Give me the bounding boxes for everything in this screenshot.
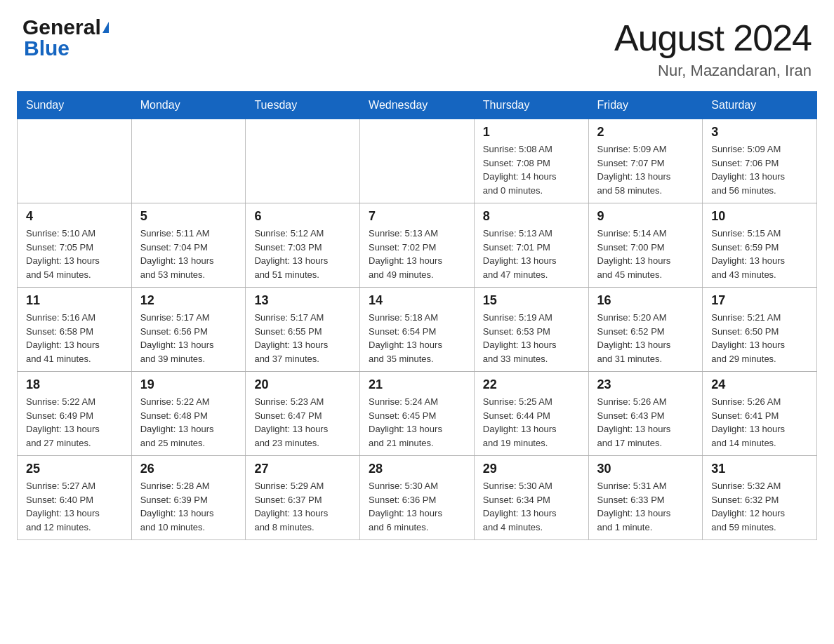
calendar-table: SundayMondayTuesdayWednesdayThursdayFrid… [17,91,817,540]
day-number: 14 [369,293,465,308]
day-number: 6 [254,209,351,224]
day-number: 17 [711,293,808,308]
calendar-cell: 17Sunrise: 5:21 AMSunset: 6:50 PMDayligh… [703,288,817,372]
logo-general-text: General [22,17,101,38]
day-number: 24 [711,377,808,392]
day-number: 23 [597,377,694,392]
day-info: Sunrise: 5:24 AMSunset: 6:45 PMDaylight:… [369,395,465,450]
calendar-cell [131,119,246,203]
calendar-cell: 6Sunrise: 5:12 AMSunset: 7:03 PMDaylight… [246,203,360,288]
day-info: Sunrise: 5:23 AMSunset: 6:47 PMDaylight:… [254,395,351,450]
day-info: Sunrise: 5:22 AMSunset: 6:49 PMDaylight:… [26,395,123,450]
day-info: Sunrise: 5:26 AMSunset: 6:43 PMDaylight:… [597,395,694,450]
day-info: Sunrise: 5:17 AMSunset: 6:56 PMDaylight:… [140,311,237,365]
day-of-week-header: Thursday [474,92,588,119]
logo-triangle-icon [102,22,109,33]
day-number: 12 [140,293,237,308]
day-info: Sunrise: 5:10 AMSunset: 7:05 PMDaylight:… [26,227,123,281]
day-info: Sunrise: 5:28 AMSunset: 6:39 PMDaylight:… [140,479,237,534]
day-number: 11 [26,293,123,308]
day-number: 22 [483,377,580,392]
location: Nur, Mazandaran, Iran [614,62,812,80]
calendar-cell: 12Sunrise: 5:17 AMSunset: 6:56 PMDayligh… [131,288,246,372]
day-number: 4 [26,209,123,224]
day-of-week-header: Sunday [18,92,132,119]
day-info: Sunrise: 5:30 AMSunset: 6:34 PMDaylight:… [483,479,580,534]
calendar-cell: 5Sunrise: 5:11 AMSunset: 7:04 PMDaylight… [131,203,246,288]
calendar-cell [360,119,475,203]
day-info: Sunrise: 5:19 AMSunset: 6:53 PMDaylight:… [483,311,580,365]
day-of-week-header: Friday [588,92,703,119]
day-of-week-header: Wednesday [360,92,475,119]
day-of-week-header: Monday [131,92,246,119]
day-info: Sunrise: 5:13 AMSunset: 7:01 PMDaylight:… [483,227,580,281]
calendar-cell: 22Sunrise: 5:25 AMSunset: 6:44 PMDayligh… [474,372,588,456]
day-info: Sunrise: 5:20 AMSunset: 6:52 PMDaylight:… [597,311,694,365]
calendar-cell: 26Sunrise: 5:28 AMSunset: 6:39 PMDayligh… [131,456,246,540]
day-number: 25 [26,462,123,476]
calendar-cell: 9Sunrise: 5:14 AMSunset: 7:00 PMDaylight… [588,203,703,288]
day-info: Sunrise: 5:11 AMSunset: 7:04 PMDaylight:… [140,227,237,281]
calendar-week-row: 25Sunrise: 5:27 AMSunset: 6:40 PMDayligh… [18,456,817,540]
calendar-week-row: 4Sunrise: 5:10 AMSunset: 7:05 PMDaylight… [18,203,817,288]
day-info: Sunrise: 5:27 AMSunset: 6:40 PMDaylight:… [26,479,123,534]
calendar-cell: 8Sunrise: 5:13 AMSunset: 7:01 PMDaylight… [474,203,588,288]
day-of-week-header: Saturday [703,92,817,119]
day-number: 10 [711,209,808,224]
calendar-cell: 21Sunrise: 5:24 AMSunset: 6:45 PMDayligh… [360,372,475,456]
calendar-cell: 13Sunrise: 5:17 AMSunset: 6:55 PMDayligh… [246,288,360,372]
day-info: Sunrise: 5:21 AMSunset: 6:50 PMDaylight:… [711,311,808,365]
calendar-cell: 23Sunrise: 5:26 AMSunset: 6:43 PMDayligh… [588,372,703,456]
day-info: Sunrise: 5:29 AMSunset: 6:37 PMDaylight:… [254,479,351,534]
calendar-cell: 15Sunrise: 5:19 AMSunset: 6:53 PMDayligh… [474,288,588,372]
calendar-header-row: SundayMondayTuesdayWednesdayThursdayFrid… [18,92,817,119]
calendar-week-row: 11Sunrise: 5:16 AMSunset: 6:58 PMDayligh… [18,288,817,372]
calendar-cell: 19Sunrise: 5:22 AMSunset: 6:48 PMDayligh… [131,372,246,456]
calendar-cell: 11Sunrise: 5:16 AMSunset: 6:58 PMDayligh… [18,288,132,372]
day-info: Sunrise: 5:26 AMSunset: 6:41 PMDaylight:… [711,395,808,450]
calendar-cell: 31Sunrise: 5:32 AMSunset: 6:32 PMDayligh… [703,456,817,540]
day-info: Sunrise: 5:09 AMSunset: 7:07 PMDaylight:… [597,142,694,197]
calendar-cell: 2Sunrise: 5:09 AMSunset: 7:07 PMDaylight… [588,119,703,203]
day-info: Sunrise: 5:32 AMSunset: 6:32 PMDaylight:… [711,479,808,534]
day-number: 13 [254,293,351,308]
page-header: General Blue August 2024 Nur, Mazandaran… [0,0,834,91]
calendar-cell [18,119,132,203]
day-info: Sunrise: 5:30 AMSunset: 6:36 PMDaylight:… [369,479,465,534]
calendar-cell: 7Sunrise: 5:13 AMSunset: 7:02 PMDaylight… [360,203,475,288]
calendar-cell: 24Sunrise: 5:26 AMSunset: 6:41 PMDayligh… [703,372,817,456]
day-number: 15 [483,293,580,308]
day-of-week-header: Tuesday [246,92,360,119]
day-info: Sunrise: 5:08 AMSunset: 7:08 PMDaylight:… [483,142,580,197]
calendar-week-row: 18Sunrise: 5:22 AMSunset: 6:49 PMDayligh… [18,372,817,456]
day-number: 7 [369,209,465,224]
day-number: 27 [254,462,351,476]
day-number: 20 [254,377,351,392]
day-info: Sunrise: 5:22 AMSunset: 6:48 PMDaylight:… [140,395,237,450]
day-info: Sunrise: 5:09 AMSunset: 7:06 PMDaylight:… [711,142,808,197]
day-info: Sunrise: 5:16 AMSunset: 6:58 PMDaylight:… [26,311,123,365]
calendar-cell: 30Sunrise: 5:31 AMSunset: 6:33 PMDayligh… [588,456,703,540]
day-number: 8 [483,209,580,224]
day-number: 9 [597,209,694,224]
day-info: Sunrise: 5:13 AMSunset: 7:02 PMDaylight:… [369,227,465,281]
day-number: 1 [483,125,580,140]
day-number: 3 [711,125,808,140]
calendar-cell: 29Sunrise: 5:30 AMSunset: 6:34 PMDayligh… [474,456,588,540]
calendar-cell: 25Sunrise: 5:27 AMSunset: 6:40 PMDayligh… [18,456,132,540]
calendar-cell: 3Sunrise: 5:09 AMSunset: 7:06 PMDaylight… [703,119,817,203]
day-number: 18 [26,377,123,392]
calendar-cell: 27Sunrise: 5:29 AMSunset: 6:37 PMDayligh… [246,456,360,540]
day-number: 16 [597,293,694,308]
day-number: 26 [140,462,237,476]
calendar-cell: 1Sunrise: 5:08 AMSunset: 7:08 PMDaylight… [474,119,588,203]
calendar-cell: 28Sunrise: 5:30 AMSunset: 6:36 PMDayligh… [360,456,475,540]
calendar-cell: 16Sunrise: 5:20 AMSunset: 6:52 PMDayligh… [588,288,703,372]
calendar-cell: 20Sunrise: 5:23 AMSunset: 6:47 PMDayligh… [246,372,360,456]
day-info: Sunrise: 5:18 AMSunset: 6:54 PMDaylight:… [369,311,465,365]
day-number: 29 [483,462,580,476]
day-info: Sunrise: 5:17 AMSunset: 6:55 PMDaylight:… [254,311,351,365]
day-number: 31 [711,462,808,476]
logo-blue-text: Blue [24,38,109,59]
day-info: Sunrise: 5:14 AMSunset: 7:00 PMDaylight:… [597,227,694,281]
